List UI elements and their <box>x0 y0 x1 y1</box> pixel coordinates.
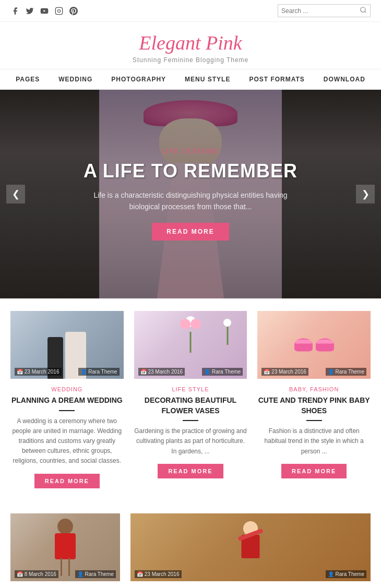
post-divider-flowers <box>183 420 198 421</box>
post-title-wedding: PLANNING A DREAM WEDDING <box>11 395 123 406</box>
post-excerpt-shoes: Fashion is a distinctive and often habit… <box>257 426 371 457</box>
hero-read-more-button[interactable]: READ MORE <box>152 223 229 241</box>
hero-slider: ❮ LIFE LESSONS A LIFE TO REMEMBER Life i… <box>0 90 381 298</box>
site-subtitle: Stunning Feminine Blogging Theme <box>0 56 381 64</box>
top-bar <box>0 0 381 22</box>
post-thumb-shoes: 📅 23 March 2016 👤 Rara Theme <box>257 311 371 379</box>
post-category-flowers: LIFE STYLE <box>172 386 209 392</box>
hero-prev-button[interactable]: ❮ <box>6 185 25 203</box>
post-thumb-meta-shoes: 📅 23 March 2016 👤 Rara Theme <box>257 368 371 376</box>
site-header: Elegant Pink Stunning Feminine Blogging … <box>0 22 381 69</box>
post-divider-wedding <box>59 410 75 411</box>
posts-row-2: 📅 8 March 2016 👤 Rara Theme FASHION HABI… <box>0 488 381 588</box>
post-card-flowers: 📅 23 March 2016 👤 Rara Theme LIFE STYLE … <box>134 311 247 488</box>
post-thumb-meta-wedding: 📅 23 March 2016 👤 Rara Theme <box>10 368 124 376</box>
post-card-shoes: 📅 23 March 2016 👤 Rara Theme BABY, FASHI… <box>257 311 371 488</box>
youtube-icon[interactable] <box>40 6 49 16</box>
post-card-wedding: 📅 23 March 2016 👤 Rara Theme WEDDING PLA… <box>10 311 124 488</box>
nav-post-formats[interactable]: POST FORMATS <box>240 74 314 85</box>
posts-row-1: 📅 23 March 2016 👤 Rara Theme WEDDING PLA… <box>0 298 381 488</box>
post-category-wedding: WEDDING <box>51 386 82 392</box>
nav-menu-style[interactable]: MENU STYLE <box>175 74 240 85</box>
post-read-more-wedding[interactable]: READ MORE <box>34 474 100 488</box>
post-excerpt-flowers: Gardening is the practice of growing and… <box>134 426 247 457</box>
post-thumb-wedding: 📅 23 March 2016 👤 Rara Theme <box>10 311 124 379</box>
post-card-fashion-tall: 📅 8 March 2016 👤 Rara Theme FASHION HABI… <box>10 513 120 588</box>
facebook-icon[interactable] <box>10 6 20 16</box>
hero-title: A LIFE TO REMEMBER <box>84 160 297 182</box>
nav-photography[interactable]: PHOTOGRAPHY <box>102 74 175 85</box>
post-thumb-flowers: 📅 23 March 2016 👤 Rara Theme <box>134 311 247 379</box>
svg-rect-1 <box>55 7 62 14</box>
post-thumb-meta-fashion2: 📅 8 March 2016 👤 Rara Theme <box>10 570 120 578</box>
posts-right-column: 📅 23 March 2016 👤 Rara Theme FASHION THE… <box>130 513 371 588</box>
post-read-more-shoes[interactable]: READ MORE <box>281 464 347 478</box>
posts-row-1-inner: 📅 23 March 2016 👤 Rara Theme WEDDING PLA… <box>10 311 371 488</box>
nav-wedding[interactable]: WEDDING <box>49 74 102 85</box>
pinterest-icon[interactable] <box>69 6 78 16</box>
hero-description: Life is a characteristic distinguishing … <box>81 189 300 213</box>
twitter-icon[interactable] <box>25 6 34 16</box>
post-title-shoes: CUTE AND TRENDY PINK BABY SHOES <box>257 395 371 416</box>
post-read-more-flowers[interactable]: READ MORE <box>158 464 223 478</box>
post-thumb-meta-scarf: 📅 23 March 2016 👤 Rara Theme <box>130 570 371 578</box>
nav-pages[interactable]: PAGES <box>6 74 49 85</box>
social-icons <box>10 6 78 16</box>
post-title-flowers: DECORATING BEAUTIFUL FLOWER VASES <box>134 395 247 416</box>
site-title: Elegant Pink <box>0 31 381 54</box>
posts-row-2-inner: 📅 8 March 2016 👤 Rara Theme FASHION HABI… <box>10 513 371 588</box>
main-nav: PAGES WEDDING PHOTOGRAPHY MENU STYLE POS… <box>0 69 381 90</box>
search-input[interactable] <box>281 7 360 15</box>
post-thumb-meta-flowers: 📅 23 March 2016 👤 Rara Theme <box>134 368 247 376</box>
hero-next-button[interactable]: ❯ <box>356 185 375 203</box>
instagram-icon[interactable] <box>54 6 64 16</box>
hero-category: LIFE LESSONS <box>162 148 219 155</box>
post-divider-shoes <box>306 420 322 421</box>
svg-line-4 <box>365 11 366 13</box>
search-bar[interactable] <box>278 4 371 17</box>
svg-point-3 <box>361 7 365 12</box>
nav-download[interactable]: DOWNLOAD <box>314 74 375 85</box>
post-excerpt-wedding: A wedding is a ceremony where two people… <box>10 416 124 466</box>
hero-content: LIFE LESSONS A LIFE TO REMEMBER Life is … <box>0 90 381 298</box>
post-card-scarf: 📅 23 March 2016 👤 Rara Theme FASHION THE… <box>130 513 371 588</box>
post-category-shoes: BABY, FASHION <box>289 386 339 392</box>
search-icon[interactable] <box>360 6 367 15</box>
post-thumb-fashion: 📅 8 March 2016 👤 Rara Theme <box>10 513 120 581</box>
post-thumb-scarf: 📅 23 March 2016 👤 Rara Theme <box>130 513 371 581</box>
